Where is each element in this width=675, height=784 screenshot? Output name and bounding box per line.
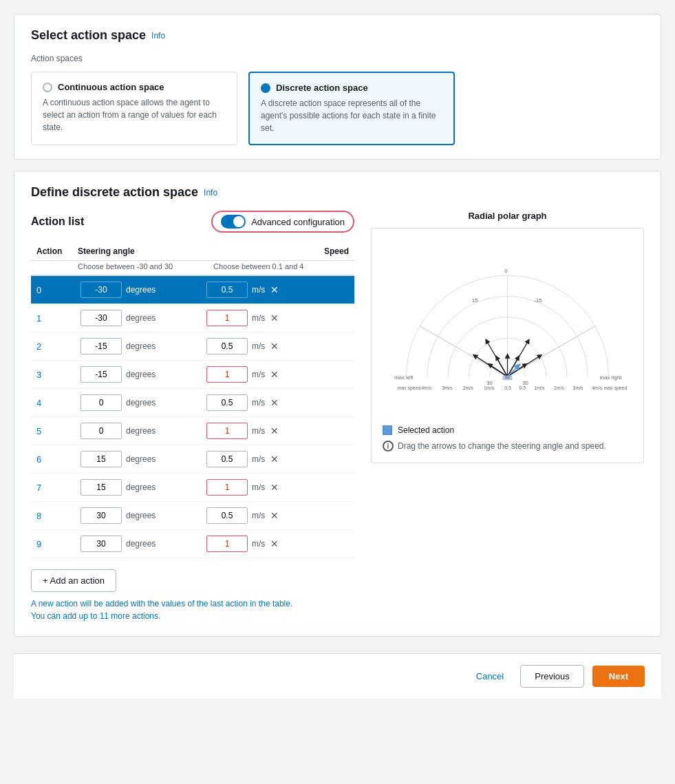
add-action-button[interactable]: + Add an action bbox=[31, 569, 116, 592]
discrete-title: Discrete action space bbox=[276, 83, 368, 93]
steering-unit: degrees bbox=[126, 341, 156, 351]
advanced-config-toggle-switch[interactable] bbox=[221, 215, 246, 229]
delete-action-button[interactable]: ✕ bbox=[269, 425, 280, 437]
speed-unit: m/s bbox=[252, 370, 265, 379]
delete-action-button[interactable]: ✕ bbox=[269, 538, 280, 550]
speed-input[interactable] bbox=[206, 282, 248, 298]
steering-input[interactable] bbox=[81, 282, 122, 298]
svg-text:4m/s: 4m/s bbox=[592, 385, 603, 390]
action-id: 3 bbox=[36, 370, 78, 380]
continuous-option[interactable]: Continuous action space A continuous act… bbox=[31, 72, 237, 145]
speed-input[interactable] bbox=[206, 536, 248, 552]
speed-cell: m/s ✕ bbox=[206, 479, 330, 496]
legend-square bbox=[383, 425, 392, 435]
speed-input[interactable] bbox=[206, 310, 248, 326]
speed-input[interactable] bbox=[206, 394, 248, 411]
delete-action-button[interactable]: ✕ bbox=[269, 368, 280, 381]
speed-input[interactable] bbox=[206, 338, 248, 354]
continuous-desc: A continuous action space allows the age… bbox=[43, 96, 226, 134]
steering-unit: degrees bbox=[126, 539, 156, 549]
speed-cell: m/s ✕ bbox=[206, 536, 330, 552]
previous-button[interactable]: Previous bbox=[520, 665, 584, 688]
speed-input[interactable] bbox=[206, 423, 248, 439]
action-id: 1 bbox=[36, 313, 78, 324]
action-id: 4 bbox=[36, 398, 78, 408]
speed-unit: m/s bbox=[252, 341, 265, 351]
speed-input[interactable] bbox=[206, 479, 248, 496]
steering-cell: degrees bbox=[81, 310, 204, 326]
col-speed-header: Speed bbox=[213, 246, 349, 256]
speed-input[interactable] bbox=[206, 366, 248, 383]
legend-label: Selected action bbox=[398, 425, 454, 435]
define-info-link[interactable]: Info bbox=[204, 188, 217, 198]
discrete-desc: A discrete action space represents all o… bbox=[261, 97, 442, 134]
table-row[interactable]: 1 degrees m/s ✕ bbox=[31, 304, 354, 332]
action-id: 5 bbox=[36, 426, 78, 436]
svg-rect-36 bbox=[503, 375, 513, 380]
delete-action-button[interactable]: ✕ bbox=[269, 284, 280, 296]
discrete-option[interactable]: Discrete action space A discrete action … bbox=[248, 72, 455, 145]
speed-cell: m/s ✕ bbox=[206, 394, 330, 411]
speed-unit: m/s bbox=[252, 426, 265, 436]
advanced-config-label: Advanced configuration bbox=[251, 217, 345, 227]
table-row[interactable]: 7 degrees m/s ✕ bbox=[31, 474, 354, 502]
steering-cell: degrees bbox=[81, 536, 204, 552]
table-row[interactable]: 5 degrees m/s ✕ bbox=[31, 417, 354, 445]
delete-action-button[interactable]: ✕ bbox=[269, 509, 280, 522]
delete-action-button[interactable]: ✕ bbox=[269, 481, 280, 494]
svg-text:15: 15 bbox=[472, 297, 478, 304]
select-action-space-info-link[interactable]: Info bbox=[151, 31, 165, 41]
steering-cell: degrees bbox=[81, 451, 204, 467]
table-row[interactable]: 0 degrees m/s ✕ bbox=[31, 276, 354, 304]
col-action-header: Action bbox=[36, 246, 78, 256]
svg-text:-15: -15 bbox=[534, 297, 542, 304]
steering-input[interactable] bbox=[81, 451, 122, 467]
steering-input[interactable] bbox=[81, 423, 122, 439]
speed-cell: m/s ✕ bbox=[206, 282, 330, 298]
steering-input[interactable] bbox=[81, 338, 122, 354]
select-action-space-card: Select action space Info Action spaces C… bbox=[14, 14, 661, 160]
speed-unit: m/s bbox=[252, 285, 265, 295]
steering-input[interactable] bbox=[81, 310, 122, 326]
svg-text:max right: max right bbox=[599, 374, 622, 381]
continuous-radio[interactable] bbox=[43, 83, 52, 92]
next-button[interactable]: Next bbox=[592, 666, 645, 687]
steering-cell: degrees bbox=[81, 338, 204, 354]
steering-cell: degrees bbox=[81, 282, 204, 298]
footer: Cancel Previous Next bbox=[14, 653, 661, 699]
drag-note: i Drag the arrows to change the steering… bbox=[383, 441, 632, 452]
steering-input[interactable] bbox=[81, 536, 122, 552]
table-row[interactable]: 4 degrees m/s ✕ bbox=[31, 389, 354, 417]
svg-text:1m/s: 1m/s bbox=[484, 385, 495, 390]
speed-unit: m/s bbox=[252, 539, 265, 549]
steering-input[interactable] bbox=[81, 394, 122, 411]
table-row[interactable]: 6 degrees m/s ✕ bbox=[31, 445, 354, 474]
cancel-button[interactable]: Cancel bbox=[468, 667, 512, 686]
delete-action-button[interactable]: ✕ bbox=[269, 396, 280, 409]
steering-unit: degrees bbox=[126, 398, 156, 407]
steering-input[interactable] bbox=[81, 366, 122, 383]
define-title: Define discrete action space bbox=[31, 185, 198, 200]
table-row[interactable]: 3 degrees m/s ✕ bbox=[31, 361, 354, 389]
define-section: Action list Advanced configuration Actio… bbox=[31, 211, 644, 622]
steering-unit: degrees bbox=[126, 454, 156, 464]
steering-input[interactable] bbox=[81, 479, 122, 496]
speed-input[interactable] bbox=[206, 507, 248, 524]
speed-input[interactable] bbox=[206, 451, 248, 467]
discrete-radio[interactable] bbox=[261, 83, 270, 93]
speed-cell: m/s ✕ bbox=[206, 366, 330, 383]
table-row[interactable]: 2 degrees m/s ✕ bbox=[31, 332, 354, 361]
table-row[interactable]: 8 degrees m/s ✕ bbox=[31, 502, 354, 530]
advanced-config-toggle[interactable]: Advanced configuration bbox=[211, 211, 354, 233]
steering-unit: degrees bbox=[126, 426, 156, 436]
delete-action-button[interactable]: ✕ bbox=[269, 312, 280, 324]
action-id: 9 bbox=[36, 539, 78, 549]
delete-action-button[interactable]: ✕ bbox=[269, 340, 280, 352]
steering-input[interactable] bbox=[81, 507, 122, 524]
action-id: 2 bbox=[36, 341, 78, 352]
svg-text:1m/s: 1m/s bbox=[534, 385, 545, 390]
add-note: A new action will be added with the valu… bbox=[31, 597, 354, 622]
delete-action-button[interactable]: ✕ bbox=[269, 453, 280, 465]
action-list-panel: Action list Advanced configuration Actio… bbox=[31, 211, 354, 622]
table-row[interactable]: 9 degrees m/s ✕ bbox=[31, 530, 354, 558]
